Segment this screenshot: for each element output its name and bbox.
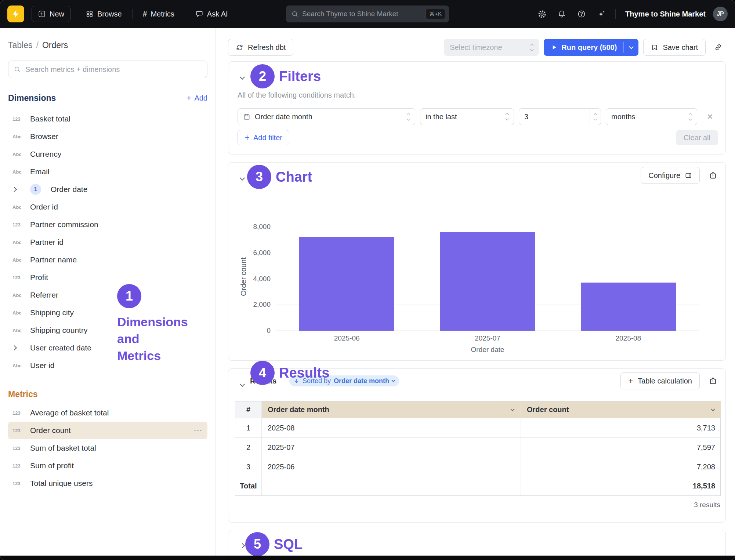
run-query-button[interactable]: Run query (500)	[544, 39, 638, 56]
run-query-dropdown[interactable]	[624, 39, 638, 56]
fields-search-input[interactable]	[25, 65, 202, 74]
organization-name[interactable]: Thyme to Shine Market	[625, 10, 706, 18]
app-logo[interactable]	[7, 6, 24, 22]
sidebar-dimension-partner-commission[interactable]: 123 Partner commission	[8, 216, 207, 233]
plus-icon: +	[186, 94, 191, 102]
sidebar-dimension-order-date[interactable]: 1Order date	[8, 181, 207, 198]
filter-value-input[interactable]	[519, 108, 601, 125]
sidebar-dimension-browser[interactable]: Abc Browser	[8, 128, 207, 145]
expand-chevron-icon[interactable]	[12, 188, 27, 191]
sidebar-dimension-order-id[interactable]: Abc Order id	[8, 198, 207, 216]
sidebar-dimension-email[interactable]: Abc Email	[8, 163, 207, 181]
hash-icon: #	[143, 10, 147, 18]
annotation-label: SQL	[274, 537, 303, 552]
sidebar-dimension-partner-id[interactable]: Abc Partner id	[8, 233, 207, 251]
sidebar-item-label: Partner name	[30, 255, 77, 264]
sidebar-metric-total-unique-users[interactable]: 123 Total unique users	[8, 474, 207, 492]
timezone-select[interactable]: Select timezone	[444, 39, 539, 56]
new-button[interactable]: New	[32, 6, 70, 22]
sidebar-dimension-profit[interactable]: 123 Profit	[8, 269, 207, 286]
sidebar-dimension-user-created-date[interactable]: User created date	[8, 339, 207, 357]
sidebar-dimension-currency[interactable]: Abc Currency	[8, 145, 207, 163]
sidebar-metric-order-count[interactable]: 123 Order count ⋯	[8, 422, 207, 439]
number-stepper[interactable]	[590, 109, 601, 125]
refresh-dbt-label: Refresh dbt	[248, 43, 286, 52]
numeric-type-icon: 123	[12, 463, 27, 469]
metrics-nav-button[interactable]: # Metrics	[137, 6, 180, 22]
order-date-month-cell: 2025-07	[261, 438, 521, 457]
add-dimension-button[interactable]: + Add	[186, 94, 207, 102]
sidebar-item-label: Shipping country	[30, 326, 87, 335]
select-chevrons-icon	[689, 113, 692, 120]
nav-divider	[615, 9, 616, 19]
calendar-icon	[243, 113, 250, 120]
filter-field-select[interactable]: Order date month	[238, 108, 415, 125]
sidebar-metric-sum-of-profit[interactable]: 123 Sum of profit	[8, 457, 207, 474]
row-index-cell: 3	[235, 457, 261, 476]
sidebar-item-label: Basket total	[30, 114, 70, 123]
chart-section: 3 Chart Configure Order count Order date…	[228, 162, 726, 361]
bar-2025-06	[299, 237, 394, 331]
timezone-placeholder: Select timezone	[450, 43, 502, 52]
plus-square-icon	[38, 10, 46, 18]
sql-section: 5 SQL	[228, 530, 726, 556]
column-header-order-count[interactable]: Order count	[521, 401, 721, 418]
browse-button[interactable]: Browse	[80, 6, 128, 22]
sidebar-dimension-basket-total[interactable]: 123 Basket total	[8, 110, 207, 128]
add-filter-button[interactable]: + Add filter	[238, 130, 289, 145]
metrics-nav-label: Metrics	[151, 10, 174, 18]
select-chevrons-icon	[506, 113, 508, 120]
share-link-button[interactable]	[710, 39, 726, 56]
table-total-row: Total 18,518	[235, 476, 720, 495]
sort-status-pill[interactable]: Sorted by Order date month	[289, 375, 399, 386]
bell-icon	[557, 10, 566, 18]
primary-nav: New Browse # Metrics Ask AI	[32, 6, 234, 22]
notifications-button[interactable]	[554, 6, 570, 22]
sidebar-item-label: User created date	[30, 343, 91, 352]
ai-sparkles-button[interactable]	[593, 6, 609, 22]
results-section: Results 4 Results Sorted by Order date m…	[228, 368, 726, 523]
filter-value-field[interactable]	[519, 113, 590, 121]
settings-button[interactable]	[534, 6, 550, 22]
sql-collapse-toggle[interactable]	[239, 542, 246, 549]
sidebar-dimension-shipping-country[interactable]: Abc Shipping country	[8, 321, 207, 339]
global-search[interactable]: ⌘+K	[286, 6, 449, 22]
sidebar-dimension-referrer[interactable]: Abc Referrer	[8, 286, 207, 304]
breadcrumb-tables-link[interactable]: Tables	[8, 40, 32, 50]
help-button[interactable]	[573, 6, 590, 22]
ask-ai-button[interactable]: Ask AI	[189, 6, 234, 22]
sidebar-item-label: User id	[30, 361, 55, 370]
results-collapse-toggle[interactable]	[239, 381, 246, 388]
save-chart-button[interactable]: Save chart	[643, 39, 706, 56]
clear-all-button[interactable]: Clear all	[676, 130, 718, 145]
sidebar-dimension-user-id[interactable]: Abc User id	[8, 357, 207, 374]
remove-filter-button[interactable]: ×	[704, 112, 716, 122]
sidebar-metric-average-of-basket-total[interactable]: 123 Average of basket total	[8, 404, 207, 422]
sidebar-dimension-partner-name[interactable]: Abc Partner name	[8, 251, 207, 269]
breadcrumb-current: Orders	[42, 40, 68, 50]
sidebar-metric-sum-of-basket-total[interactable]: 123 Sum of basket total	[8, 439, 207, 457]
annotation-step-2: 2 Filters	[250, 64, 321, 88]
top-navbar: New Browse # Metrics Ask AI ⌘+K	[0, 0, 735, 28]
expand-chevron-icon[interactable]	[12, 346, 27, 350]
sidebar-item-label: Total unique users	[30, 479, 93, 488]
run-query-label: Run query (500)	[561, 43, 617, 52]
filter-operator-value: in the last	[426, 113, 457, 121]
export-results-button[interactable]	[706, 373, 720, 389]
user-avatar[interactable]: JP	[713, 7, 728, 21]
filter-unit-select[interactable]: months	[606, 108, 697, 125]
sidebar-dimension-shipping-city[interactable]: Abc Shipping city	[8, 304, 207, 321]
metrics-list: 123 Average of basket total 123 Order co…	[8, 404, 207, 492]
fields-search[interactable]	[8, 61, 207, 78]
item-options-button[interactable]: ⋯	[193, 425, 203, 436]
table-calculation-button[interactable]: + Table calculation	[620, 372, 700, 389]
numeric-type-icon: 123	[12, 222, 27, 228]
filter-operator-select[interactable]: in the last	[420, 108, 514, 125]
refresh-dbt-button[interactable]: Refresh dbt	[228, 39, 293, 56]
result-count-label: 3 results	[694, 501, 720, 509]
global-search-input[interactable]	[302, 10, 422, 18]
column-header-order-date-month[interactable]: Order date month	[261, 401, 521, 418]
string-type-icon: Abc	[12, 328, 27, 333]
filters-collapse-toggle[interactable]	[239, 73, 246, 81]
order-count-cell: 7,597	[521, 438, 721, 457]
